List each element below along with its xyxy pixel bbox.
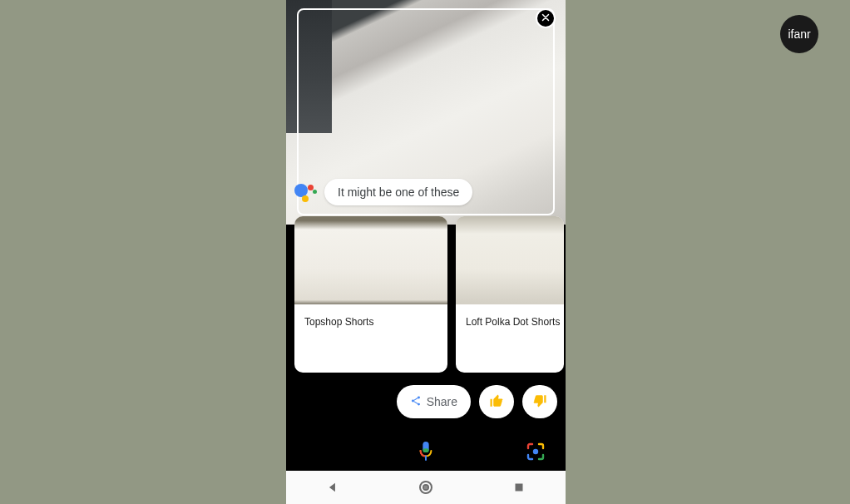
share-button[interactable]: Share — [397, 385, 471, 418]
result-title: Topshop Shorts — [294, 304, 447, 373]
nav-back-button[interactable] — [325, 480, 340, 495]
result-card[interactable]: Loft Polka Dot Shorts — [456, 216, 564, 373]
close-icon — [541, 11, 551, 26]
assistant-bubble: It might be one of these — [324, 179, 472, 205]
result-thumbnail — [456, 216, 564, 304]
assistant-logo-icon — [294, 182, 318, 202]
phone-frame: It might be one of these Topshop Shorts … — [286, 0, 566, 504]
bottom-icons — [286, 437, 566, 469]
result-thumbnail — [294, 216, 447, 304]
android-navbar — [286, 471, 566, 504]
action-row: Share — [286, 385, 566, 418]
nav-home-button[interactable] — [418, 480, 433, 495]
assistant-row: It might be one of these — [294, 179, 472, 205]
svg-rect-7 — [516, 484, 523, 492]
assistant-bubble-text: It might be one of these — [338, 185, 459, 199]
thumbs-down-button[interactable] — [522, 385, 557, 418]
thumbs-up-icon — [489, 393, 504, 411]
result-card[interactable]: Topshop Shorts — [294, 216, 447, 373]
svg-point-6 — [533, 449, 538, 454]
thumbs-down-icon — [532, 393, 547, 411]
results-row[interactable]: Topshop Shorts Loft Polka Dot Shorts — [294, 216, 566, 373]
nav-home-icon — [419, 481, 432, 494]
result-title: Loft Polka Dot Shorts — [456, 304, 564, 373]
share-icon — [410, 395, 422, 409]
watermark-label: ifanr — [788, 27, 810, 41]
watermark-badge: ifanr — [780, 15, 818, 53]
mic-button[interactable] — [417, 440, 435, 467]
close-button[interactable] — [536, 8, 556, 28]
thumbs-up-button[interactable] — [479, 385, 514, 418]
lens-button[interactable] — [526, 442, 546, 465]
nav-recent-button[interactable] — [511, 480, 526, 495]
svg-rect-4 — [423, 448, 428, 452]
share-label: Share — [427, 395, 457, 408]
